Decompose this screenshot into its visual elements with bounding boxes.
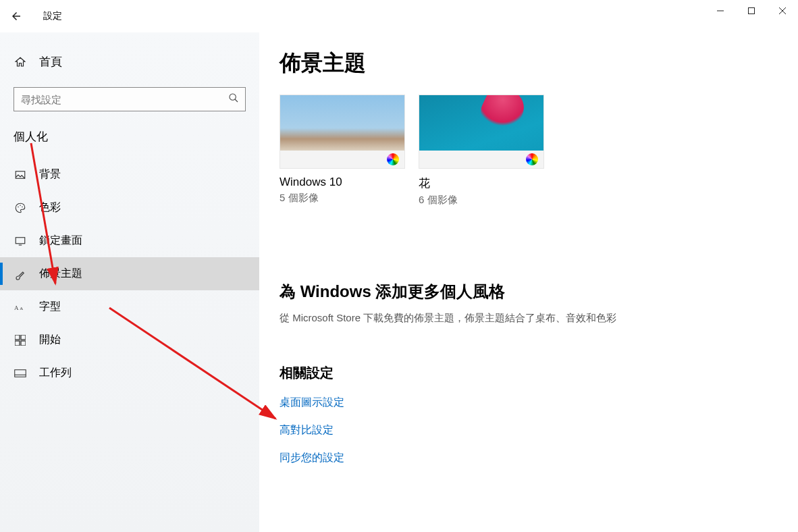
svg-point-9 bbox=[22, 206, 23, 207]
theme-thumbnail bbox=[419, 95, 544, 169]
more-description: 從 Microsoft Store 下載免費的佈景主題，佈景主題結合了桌布、音效… bbox=[280, 311, 778, 326]
taskbar-icon bbox=[14, 367, 27, 380]
font-icon: AA bbox=[14, 300, 27, 314]
theme-subtitle: 5 個影像 bbox=[280, 192, 405, 205]
sidebar-item-start[interactable]: 開始 bbox=[0, 323, 259, 356]
svg-rect-18 bbox=[15, 369, 26, 377]
close-button[interactable] bbox=[767, 0, 798, 22]
theme-strip bbox=[280, 151, 404, 168]
sidebar-category: 個人化 bbox=[0, 125, 259, 158]
maximize-icon bbox=[748, 7, 755, 14]
sidebar-item-label: 開始 bbox=[39, 333, 61, 347]
svg-rect-17 bbox=[21, 341, 26, 346]
related-link-high-contrast[interactable]: 高對比設定 bbox=[280, 423, 778, 437]
svg-point-7 bbox=[18, 206, 19, 207]
sidebar-home-label: 首頁 bbox=[39, 54, 62, 70]
brush-icon bbox=[14, 267, 27, 281]
svg-rect-14 bbox=[15, 335, 20, 340]
start-icon bbox=[14, 334, 27, 347]
svg-rect-16 bbox=[15, 341, 20, 346]
sidebar-home[interactable]: 首頁 bbox=[0, 46, 259, 78]
color-wheel-icon bbox=[387, 153, 399, 165]
themes-row: Windows 10 5 個影像 花 6 個影像 bbox=[280, 95, 778, 207]
back-button[interactable] bbox=[0, 0, 32, 32]
page-title: 佈景主題 bbox=[280, 49, 778, 78]
related-heading: 相關設定 bbox=[280, 364, 778, 382]
window-controls bbox=[705, 0, 798, 22]
search-box bbox=[14, 87, 246, 111]
svg-point-8 bbox=[20, 205, 21, 206]
titlebar: 設定 bbox=[0, 0, 798, 32]
theme-name: 花 bbox=[419, 176, 544, 191]
related-link-desktop-icons[interactable]: 桌面圖示設定 bbox=[280, 396, 778, 410]
home-icon bbox=[14, 55, 27, 69]
main-content: 佈景主題 Windows 10 5 個影像 花 6 個影像 為 Windows … bbox=[259, 32, 798, 532]
maximize-button[interactable] bbox=[736, 0, 767, 22]
sidebar-item-label: 背景 bbox=[39, 167, 61, 182]
svg-rect-1 bbox=[749, 8, 755, 14]
svg-text:A: A bbox=[14, 304, 19, 311]
svg-point-4 bbox=[230, 94, 236, 100]
sidebar-item-label: 字型 bbox=[39, 300, 61, 314]
sidebar-item-label: 佈景主題 bbox=[39, 267, 82, 281]
sidebar-item-taskbar[interactable]: 工作列 bbox=[0, 356, 259, 390]
arrow-left-icon bbox=[10, 10, 22, 22]
svg-rect-10 bbox=[16, 237, 25, 243]
color-wheel-icon bbox=[526, 153, 538, 165]
sidebar-item-lockscreen[interactable]: 鎖定畫面 bbox=[0, 224, 259, 257]
sidebar-item-themes[interactable]: 佈景主題 bbox=[0, 257, 259, 290]
search-icon bbox=[228, 92, 239, 106]
monitor-icon bbox=[14, 234, 27, 248]
more-heading: 為 Windows 添加更多個人風格 bbox=[280, 281, 778, 302]
image-icon bbox=[14, 168, 27, 182]
minimize-icon bbox=[717, 7, 724, 14]
theme-card-flower[interactable]: 花 6 個影像 bbox=[419, 95, 544, 207]
svg-line-5 bbox=[235, 99, 238, 102]
theme-thumbnail bbox=[280, 95, 405, 169]
theme-card-windows10[interactable]: Windows 10 5 個影像 bbox=[280, 95, 405, 207]
svg-text:A: A bbox=[20, 305, 23, 310]
related-link-sync[interactable]: 同步您的設定 bbox=[280, 451, 778, 465]
search-input[interactable] bbox=[14, 87, 246, 111]
sidebar: 首頁 個人化 背景 色彩 鎖定畫面 佈景主題 AA 字型 開始 工作列 bbox=[0, 32, 259, 532]
theme-strip bbox=[419, 151, 543, 168]
theme-subtitle: 6 個影像 bbox=[419, 194, 544, 207]
theme-name: Windows 10 bbox=[280, 176, 405, 189]
sidebar-item-background[interactable]: 背景 bbox=[0, 158, 259, 191]
sidebar-item-label: 色彩 bbox=[39, 201, 61, 215]
svg-rect-15 bbox=[21, 335, 26, 340]
close-icon bbox=[779, 7, 786, 14]
palette-icon bbox=[14, 201, 27, 215]
sidebar-item-fonts[interactable]: AA 字型 bbox=[0, 290, 259, 323]
sidebar-item-label: 鎖定畫面 bbox=[39, 234, 82, 248]
app-title: 設定 bbox=[43, 10, 62, 22]
sidebar-item-colors[interactable]: 色彩 bbox=[0, 191, 259, 224]
sidebar-item-label: 工作列 bbox=[39, 366, 72, 380]
minimize-button[interactable] bbox=[705, 0, 736, 22]
